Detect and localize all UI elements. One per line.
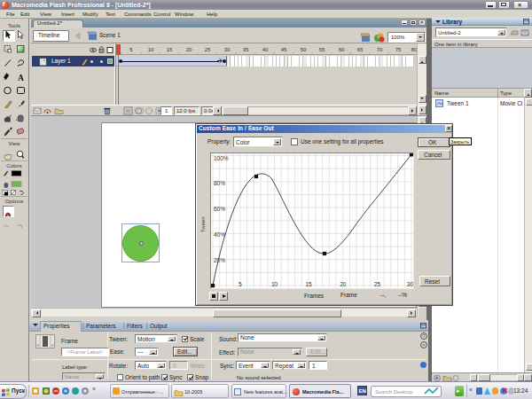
svg-text:25: 25 [205, 47, 211, 52]
svg-text:5: 5 [239, 281, 242, 287]
svg-text:45: 45 [281, 47, 287, 52]
svg-text:40: 40 [262, 47, 269, 52]
svg-text:30: 30 [224, 47, 231, 52]
svg-text:60%: 60% [214, 206, 225, 212]
svg-text:20%: 20% [214, 257, 225, 263]
svg-text:65: 65 [357, 47, 364, 52]
svg-text:35: 35 [243, 47, 249, 52]
svg-text:15: 15 [167, 47, 173, 52]
svg-text:10: 10 [271, 281, 278, 287]
svg-text:20: 20 [186, 47, 192, 52]
svg-text:10: 10 [148, 47, 154, 52]
svg-text:A: A [18, 74, 24, 82]
svg-text:30: 30 [407, 281, 413, 287]
svg-text:25: 25 [374, 281, 381, 287]
svg-text:+: + [435, 375, 439, 381]
svg-text:70: 70 [377, 47, 383, 52]
svg-text:5: 5 [129, 47, 133, 52]
svg-text:55: 55 [319, 47, 325, 52]
svg-text:100%: 100% [214, 155, 229, 161]
svg-text:40%: 40% [214, 231, 225, 238]
svg-text:60: 60 [339, 47, 345, 52]
svg-text:15: 15 [305, 281, 312, 287]
svg-text:80%: 80% [214, 180, 225, 186]
svg-text:50: 50 [301, 47, 307, 52]
svg-text:20: 20 [340, 281, 347, 287]
svg-text:75: 75 [395, 47, 402, 52]
